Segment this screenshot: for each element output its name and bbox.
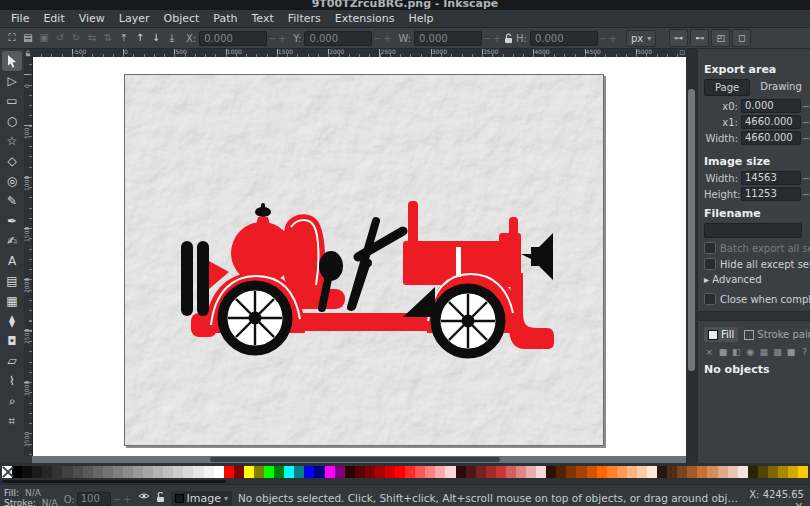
- palette-swatch[interactable]: [718, 466, 728, 478]
- palette-swatch[interactable]: [12, 466, 22, 478]
- lower-button[interactable]: ↓: [148, 30, 164, 46]
- palette-swatch[interactable]: [314, 466, 324, 478]
- palette-scrollbar-thumb[interactable]: [2, 480, 226, 483]
- menu-extensions[interactable]: Extensions: [328, 11, 402, 26]
- export-width-input[interactable]: 4660.000: [741, 131, 801, 145]
- tool-gradient[interactable]: ▤: [2, 271, 22, 291]
- help-button[interactable]: ?: [799, 346, 810, 357]
- palette-swatch[interactable]: [435, 466, 445, 478]
- palette-swatch[interactable]: [728, 466, 738, 478]
- palette-swatch-none[interactable]: [2, 466, 12, 478]
- tool-rectangle[interactable]: ▭: [2, 91, 22, 111]
- palette-swatch[interactable]: [707, 466, 717, 478]
- swatch-button[interactable]: ▩: [772, 346, 783, 357]
- tool-text[interactable]: A: [2, 251, 22, 271]
- x-field-input[interactable]: 0.000: [199, 31, 267, 46]
- palette-swatch[interactable]: [113, 466, 123, 478]
- palette-swatch[interactable]: [768, 466, 778, 478]
- unknown-paint-button[interactable]: ■: [786, 346, 797, 357]
- tool-connector[interactable]: ⌇: [2, 371, 22, 391]
- palette-swatch[interactable]: [325, 466, 335, 478]
- scale-stroke-toggle[interactable]: ⊶: [669, 29, 688, 47]
- palette-swatch[interactable]: [778, 466, 788, 478]
- palette-swatch[interactable]: [93, 466, 103, 478]
- image-height-minus-button[interactable]: −: [801, 189, 810, 200]
- tool-ellipse[interactable]: ○: [2, 111, 22, 131]
- palette-swatch[interactable]: [214, 466, 224, 478]
- export-width-minus-button[interactable]: −: [801, 133, 810, 144]
- tool-node-editor[interactable]: ▷: [2, 71, 22, 91]
- move-patterns-toggle[interactable]: ◻: [732, 29, 751, 47]
- layer-visibility-eye-icon[interactable]: [138, 492, 150, 500]
- tool-pen[interactable]: ✒: [2, 211, 22, 231]
- palette-swatch[interactable]: [62, 466, 72, 478]
- y-plus-button[interactable]: +: [382, 33, 392, 44]
- export-tab-page[interactable]: Page: [704, 79, 750, 96]
- palette-swatch[interactable]: [637, 466, 647, 478]
- tool-eraser[interactable]: ▱: [2, 351, 22, 371]
- hide-all-except-selected-checkbox[interactable]: Hide all except selected: [704, 258, 810, 270]
- palette-swatch[interactable]: [788, 466, 798, 478]
- menu-layer[interactable]: Layer: [112, 11, 157, 26]
- palette-swatch[interactable]: [576, 466, 586, 478]
- tool-measure[interactable]: ⌗: [2, 411, 22, 431]
- palette-swatch[interactable]: [476, 466, 486, 478]
- canvas[interactable]: [33, 57, 686, 456]
- palette-swatch[interactable]: [486, 466, 496, 478]
- palette-swatch[interactable]: [294, 466, 304, 478]
- palette-swatch[interactable]: [758, 466, 768, 478]
- palette-swatch[interactable]: [526, 466, 536, 478]
- palette-swatch[interactable]: [405, 466, 415, 478]
- tab-stroke-paint[interactable]: Stroke paint: [740, 327, 810, 342]
- palette-swatch[interactable]: [456, 466, 466, 478]
- palette-swatch[interactable]: [355, 466, 365, 478]
- palette-swatch[interactable]: [143, 466, 153, 478]
- image-height-input[interactable]: 11253: [741, 187, 801, 201]
- cms-toggle-icon[interactable]: ⊡: [679, 49, 685, 57]
- palette-swatch[interactable]: [103, 466, 113, 478]
- palette-swatch[interactable]: [83, 466, 93, 478]
- opacity-plus-button[interactable]: +: [123, 494, 131, 505]
- tool-selector[interactable]: [2, 51, 22, 71]
- pattern-button[interactable]: ▦: [759, 346, 770, 357]
- ruler-corner-lock-icon[interactable]: [24, 49, 32, 57]
- tool-pencil[interactable]: ✎: [2, 191, 22, 211]
- menu-view[interactable]: View: [72, 11, 112, 26]
- unit-dropdown[interactable]: px ▾: [626, 30, 656, 47]
- document-page[interactable]: [124, 74, 604, 446]
- vertical-scrollbar-thumb[interactable]: [688, 89, 695, 371]
- palette-swatch[interactable]: [335, 466, 345, 478]
- advanced-expander[interactable]: ▸ Advanced: [704, 274, 810, 285]
- menu-path[interactable]: Path: [206, 11, 244, 26]
- palette-swatch[interactable]: [506, 466, 516, 478]
- tab-fill[interactable]: Fill: [704, 327, 738, 342]
- tool-calligraphy[interactable]: ✍: [2, 231, 22, 251]
- opacity-minus-button[interactable]: −: [113, 494, 121, 505]
- palette-swatch[interactable]: [627, 466, 637, 478]
- palette-swatch[interactable]: [224, 466, 234, 478]
- export-tab-drawing[interactable]: Drawing: [750, 79, 810, 96]
- palette-swatch[interactable]: [738, 466, 748, 478]
- palette-swatch[interactable]: [687, 466, 697, 478]
- opacity-input[interactable]: 100: [77, 492, 111, 506]
- h-field-input[interactable]: 0.000: [530, 31, 598, 46]
- menu-file[interactable]: File: [4, 11, 36, 26]
- fill-stroke-indicator[interactable]: Fill:N/A Stroke:N/A: [4, 488, 58, 506]
- palette-swatch[interactable]: [597, 466, 607, 478]
- vertical-ruler[interactable]: 0500100015002000250030003500: [24, 57, 33, 456]
- image-width-input[interactable]: 14563: [741, 171, 801, 185]
- lower-to-bottom-button[interactable]: ⤓: [164, 30, 180, 46]
- palette-swatch[interactable]: [153, 466, 163, 478]
- y-field-input[interactable]: 0.000: [304, 31, 372, 46]
- image-width-minus-button[interactable]: −: [801, 173, 810, 184]
- palette-swatch[interactable]: [22, 466, 32, 478]
- palette-swatch[interactable]: [667, 466, 677, 478]
- select-all-layers-button[interactable]: ▤: [20, 30, 36, 46]
- palette-swatch[interactable]: [375, 466, 385, 478]
- palette-swatch[interactable]: [284, 466, 294, 478]
- palette-swatch[interactable]: [587, 466, 597, 478]
- radial-gradient-button[interactable]: ◉: [745, 346, 756, 357]
- palette-swatch[interactable]: [173, 466, 183, 478]
- menu-object[interactable]: Object: [157, 11, 207, 26]
- w-field-input[interactable]: 0.000: [414, 31, 482, 46]
